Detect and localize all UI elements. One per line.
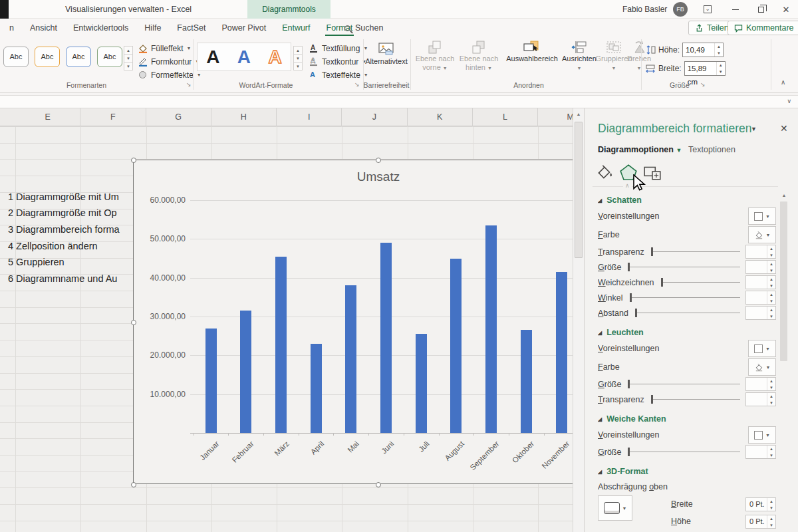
collapse-ribbon-button[interactable]: ∧ (781, 78, 785, 86)
cell-text[interactable]: 6 Diagrammname und Au (8, 271, 117, 287)
slider-track[interactable] (651, 245, 740, 259)
spin-down-icon[interactable]: ▼ (767, 384, 775, 391)
spinner-arrows[interactable]: ▲▼ (767, 393, 775, 406)
value-spinner[interactable]: ▲▼ (745, 377, 776, 391)
column-header-F[interactable]: F (80, 108, 146, 126)
dialog-launcher-formenarten[interactable]: ↘ (186, 81, 192, 88)
height-input[interactable]: 10,49 cm▲▼ (682, 43, 724, 57)
sheet-vertical-scrollbar[interactable]: ▲ (573, 108, 584, 532)
chart-selection-handle-top-center[interactable] (376, 158, 381, 163)
slider-thumb[interactable] (628, 380, 630, 388)
column-header-I[interactable]: I (277, 108, 342, 126)
spinner-arrows[interactable]: ▲▼ (767, 291, 775, 304)
spinner-arrows[interactable]: ▲▼ (767, 378, 775, 390)
menu-tab-ansicht[interactable]: Ansicht (22, 19, 65, 37)
slider-thumb[interactable] (635, 309, 637, 317)
wordart-menu-text-outline[interactable]: ATextkontur▼ (309, 57, 366, 66)
spin-down-icon[interactable]: ▼ (767, 522, 775, 529)
expand-formula-bar-icon[interactable]: ∨ (787, 98, 791, 104)
menu-tab-factset[interactable]: FactSet (169, 19, 213, 37)
menu-tab-entwicklertools[interactable]: Entwicklertools (65, 19, 136, 37)
wordart-menu-text-effects[interactable]: ATexteffekte▼ (309, 70, 368, 80)
pane-close-icon[interactable]: ✕ (780, 123, 788, 134)
dialog-launcher-groesse[interactable]: ↘ (700, 81, 706, 88)
arrange-selection-pane-button[interactable]: Auswahlbereich (500, 40, 564, 63)
menu-tab-entwurf[interactable]: Entwurf (274, 19, 318, 37)
color-dropdown-button[interactable]: ▼ (748, 358, 776, 376)
chart-title[interactable]: Umsatz (134, 170, 573, 184)
spin-down-icon[interactable]: ▼ (767, 313, 775, 320)
chart[interactable]: Umsatz 10.000,0020.000,0030.000,0040.000… (133, 160, 573, 484)
shape-style-2[interactable]: Abc (35, 47, 60, 67)
spinner-arrows[interactable]: ▲▼ (767, 276, 775, 289)
pane-dropdown-icon[interactable]: ▼ (751, 126, 757, 132)
section-header-weiche-kanten[interactable]: ◢Weiche Kanten (598, 412, 776, 426)
slider-track[interactable] (651, 392, 740, 406)
search-box[interactable]: Suchen (344, 19, 383, 37)
shape-menu-fill-effect[interactable]: Fülleffekt▼ (138, 43, 191, 53)
avatar[interactable]: FB (673, 2, 688, 17)
width-input[interactable]: 15,89 cm▲▼ (684, 61, 726, 76)
bar-september[interactable] (485, 225, 497, 433)
slider-thumb[interactable] (628, 263, 630, 271)
pane-vertical-scrollbar[interactable]: ▲ (779, 190, 789, 532)
bevel-dropdown-button[interactable]: ▼ (598, 495, 632, 521)
wordart-menu-text-fill[interactable]: ATextfüllung▼ (309, 43, 368, 53)
column-header-L[interactable]: L (473, 108, 538, 126)
column-headers[interactable]: EFGHIJKLM (0, 108, 573, 126)
spin-up-icon[interactable]: ▲ (767, 291, 775, 298)
spinner-arrows[interactable]: ▲▼ (767, 498, 775, 511)
column-header-K[interactable]: K (408, 108, 473, 126)
bar-april[interactable] (311, 344, 322, 433)
spinner-arrows[interactable]: ▲▼ (767, 446, 775, 458)
value-spinner[interactable]: ▲▼ (745, 392, 776, 406)
pane-scrollbar-thumb[interactable] (780, 201, 787, 361)
cell-text[interactable]: 3 Diagrammbereich forma (8, 221, 120, 238)
spin-up-icon[interactable]: ▲ (767, 307, 775, 313)
column-header-G[interactable]: G (146, 108, 211, 126)
dialog-launcher-wordart[interactable]: ↘ (354, 81, 360, 88)
fill-line-icon[interactable] (595, 163, 614, 182)
spin-up-icon[interactable]: ▲ (767, 446, 775, 452)
menu-tab-power-pivot[interactable]: Power Pivot (213, 19, 274, 37)
slider-track[interactable] (635, 306, 740, 320)
preset-dropdown-button[interactable]: ▼ (748, 340, 776, 357)
section-header-3d-format[interactable]: ◢3D-Format (598, 465, 776, 478)
shape-style-1[interactable]: Abc (3, 47, 29, 67)
slider-track[interactable] (628, 445, 740, 459)
column-header-M[interactable]: M (538, 108, 573, 126)
cell-text[interactable]: 2 Diagrammgröße mit Op (8, 205, 117, 221)
bar-januar[interactable] (205, 329, 217, 433)
spin-up-icon[interactable]: ▲ (767, 276, 775, 283)
formula-bar[interactable]: ∨ (0, 95, 798, 108)
bar-november[interactable] (556, 272, 567, 433)
spinner-arrows[interactable]: ▲▼ (767, 307, 775, 319)
arrange-align-button[interactable]: Ausrichten▼ (563, 40, 596, 72)
scroll-up-arrow[interactable]: ▲ (573, 108, 584, 120)
wordart-style-black[interactable]: A (206, 48, 219, 66)
menu-tab-n[interactable]: n (1, 19, 22, 37)
gallery-scroll-buttons[interactable]: ▲▼▼ (124, 47, 133, 70)
minimize-button[interactable] (726, 0, 745, 19)
slider-track[interactable] (628, 377, 740, 391)
wordart-style-orange-outline[interactable]: A (269, 48, 282, 66)
slider-thumb[interactable] (661, 278, 663, 287)
slider-thumb[interactable] (651, 395, 653, 404)
wordart-gallery[interactable]: A A A (197, 43, 291, 71)
preset-dropdown-button[interactable]: ▼ (748, 207, 776, 225)
worksheet[interactable]: EFGHIJKLM 1 Diagrammgröße mit Um2 Diagra… (0, 108, 573, 532)
restore-button[interactable] (751, 0, 770, 19)
spin-up-icon[interactable]: ▲ (767, 498, 775, 505)
value-spinner[interactable]: ▲▼ (745, 275, 776, 289)
spin-down-icon[interactable]: ▼ (767, 505, 775, 511)
pane-scroll-up-arrow[interactable]: ▲ (779, 190, 789, 201)
section-header-schatten[interactable]: ◢Schatten (598, 194, 776, 207)
height-spinner[interactable]: ▲▼ (714, 43, 723, 57)
spin-down-icon[interactable]: ▼ (767, 400, 775, 406)
chart-selection-handle-top-left[interactable] (131, 158, 136, 163)
shape-menu-shape-effects[interactable]: Formeffekte▼ (138, 70, 201, 80)
alt-text-button[interactable]: Alternativtext (367, 41, 406, 66)
bar-august[interactable] (450, 259, 462, 433)
spin-down-icon[interactable]: ▼ (767, 452, 775, 459)
bar-oktober[interactable] (521, 330, 532, 433)
